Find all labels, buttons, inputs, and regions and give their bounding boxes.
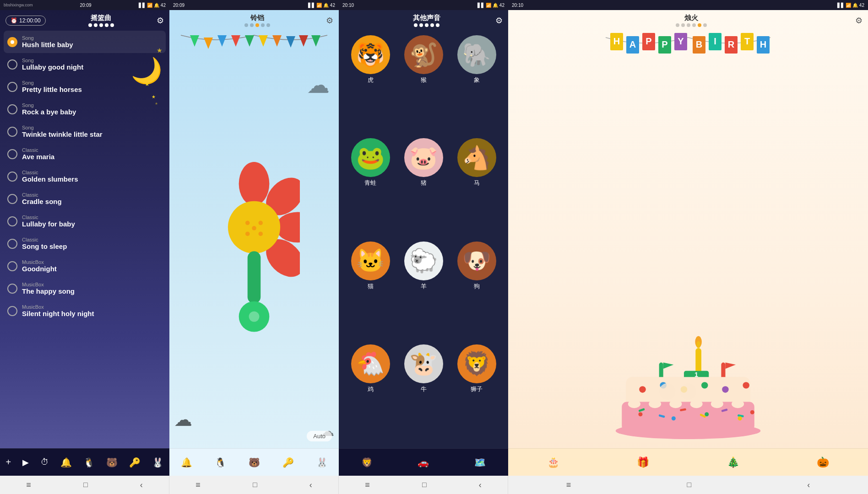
status-bar-1: bbshixingw.com 20:09 ▋▋ 📶 🔔 42 — [0, 0, 169, 10]
song-item-ave[interactable]: Classic Ave maria — [4, 143, 166, 165]
panel1-title: 摇篮曲 — [88, 14, 114, 22]
animal-cat[interactable]: 🐱 猫 — [346, 242, 395, 341]
nav-bear-button[interactable]: 🐻 — [106, 457, 118, 468]
sys-home-4[interactable]: □ — [687, 481, 691, 489]
sys-home-1[interactable]: □ — [83, 481, 88, 489]
sys-home-3[interactable]: □ — [422, 481, 427, 489]
animal-lion[interactable]: 🦁 狮子 — [452, 344, 501, 444]
song-info-2: Song Lullaby good night — [22, 58, 83, 71]
animal-elephant[interactable]: 🐘 象 — [452, 35, 501, 134]
song-radio-12 — [7, 284, 17, 294]
sheep-face: 🐑 — [404, 242, 443, 280]
status-bar-2: 20:09 ▋▋ 📶 🔔 42 — [169, 0, 339, 10]
p2-nav-bear[interactable]: 🐻 — [249, 457, 260, 468]
p2-nav-rabbit[interactable]: 🐰 — [316, 457, 328, 468]
svg-point-78 — [738, 416, 742, 420]
p4-nav-halloween[interactable]: 🎃 — [817, 456, 829, 468]
animal-frog[interactable]: 🐸 青蛙 — [346, 138, 395, 237]
song-info-7: Classic Golden slumbers — [22, 170, 78, 183]
panel1-settings-button[interactable]: ⚙ — [157, 16, 164, 26]
sys-back-2[interactable]: ‹ — [309, 480, 312, 490]
song-item-golden[interactable]: Classic Golden slumbers — [4, 165, 166, 188]
p2-nav-penguin[interactable]: 🐧 — [215, 457, 226, 468]
sys-home-2[interactable]: □ — [253, 481, 257, 489]
sys-menu-3[interactable]: ≡ — [365, 480, 370, 490]
p3-dot-1 — [414, 23, 418, 27]
panel3-settings-button[interactable]: ⚙ — [495, 16, 503, 26]
panel4-bottom-nav: 🎂 🎁 🎄 🎃 — [508, 448, 868, 476]
p3-nav-lion[interactable]: 🦁 — [361, 457, 373, 468]
p3-dot-5 — [436, 23, 439, 27]
sys-menu-4[interactable]: ≡ — [566, 480, 571, 490]
p4-nav-tree[interactable]: 🎄 — [727, 456, 739, 468]
sys-nav-1: ≡ □ ‹ — [0, 476, 169, 494]
sys-menu-2[interactable]: ≡ — [195, 480, 201, 490]
song-item-rock[interactable]: Song Rock a bye baby — [4, 98, 166, 120]
nav-bell-button[interactable]: 🔔 — [60, 457, 72, 468]
song-item-twinkle[interactable]: Song Twinkle twinkle little star — [4, 120, 166, 143]
sys-back-4[interactable]: ‹ — [807, 480, 810, 490]
svg-marker-8 — [299, 35, 308, 47]
song-item-goodnight[interactable]: MusicBox Goodnight — [4, 255, 166, 277]
animal-horse[interactable]: 🐴 马 — [452, 138, 501, 237]
panel1-bottom-nav: + ▶ ⏱ 🔔 🐧 🐻 🔑 🐰 — [0, 448, 169, 476]
birthday-bunting: H A P P Y B I R T — [508, 31, 868, 67]
nav-play-button[interactable]: ▶ — [22, 457, 29, 467]
sys-back-3[interactable]: ‹ — [479, 480, 482, 490]
panel4-title: 烛火 — [676, 14, 707, 22]
sys-back-1[interactable]: ‹ — [140, 480, 143, 490]
monkey-label: 猴 — [421, 76, 427, 84]
nav-add-button[interactable]: + — [6, 457, 11, 467]
nav-penguin-button[interactable]: 🐧 — [83, 457, 95, 468]
watermark: bbshixingw.com — [4, 3, 33, 7]
nav-rabbit-button[interactable]: 🐰 — [152, 457, 163, 468]
nav-timer-button[interactable]: ⏱ — [41, 457, 49, 467]
svg-rect-20 — [248, 251, 261, 303]
p3-nav-car[interactable]: 🚗 — [418, 457, 429, 468]
svg-marker-1 — [204, 38, 213, 49]
animal-tiger[interactable]: 🐯 虎 — [346, 35, 395, 134]
panel3-header: 其他声音 ⚙ — [339, 10, 508, 31]
song-item-hush[interactable]: Song Hush little baby — [4, 31, 166, 53]
song-name-11: Goodnight — [22, 265, 57, 273]
p2-dot-2 — [250, 23, 254, 27]
song-item-cradle[interactable]: Classic Cradle song — [4, 188, 166, 210]
auto-button[interactable]: Auto — [307, 431, 332, 441]
song-item-happy[interactable]: MusicBox The happy song — [4, 277, 166, 300]
animal-sheep[interactable]: 🐑 羊 — [399, 242, 448, 341]
status-icons-2: ▋▋ 📶 🔔 42 — [308, 3, 335, 8]
dog-label: 狗 — [474, 282, 480, 290]
panel2-title: 铃铛 — [244, 14, 270, 22]
frog-label: 青蛙 — [364, 179, 376, 187]
song-item-lullaby-baby[interactable]: Classic Lullaby for baby — [4, 210, 166, 232]
song-name-12: The happy song — [22, 287, 75, 295]
panel1-header: ⏰ 12:00:00 摇篮曲 ⚙ — [0, 10, 169, 31]
panel2-bottom-nav: 🔔 🐧 🐻 🔑 🐰 — [169, 448, 339, 476]
sys-menu-1[interactable]: ≡ — [26, 480, 31, 490]
p4-dot-6 — [703, 23, 707, 27]
p2-nav-bell[interactable]: 🔔 — [181, 457, 192, 468]
animal-dog[interactable]: 🐶 狗 — [452, 242, 501, 341]
status-time-2: 20:09 — [173, 3, 184, 8]
song-radio-2 — [7, 59, 17, 70]
animal-pig[interactable]: 🐷 猪 — [399, 138, 448, 237]
song-cat-13: MusicBox — [22, 304, 94, 310]
p3-nav-map[interactable]: 🗺️ — [474, 457, 486, 468]
panel2-settings-button[interactable]: ⚙ — [326, 16, 333, 26]
panel2-dots — [244, 23, 270, 27]
animal-chicken[interactable]: 🐔 鸡 — [346, 344, 395, 444]
p4-nav-gift[interactable]: 🎁 — [637, 456, 649, 468]
song-item-sleep[interactable]: Classic Song to sleep — [4, 232, 166, 255]
timer-button[interactable]: ⏰ 12:00:00 — [5, 16, 46, 26]
animal-cow[interactable]: 🐮 牛 — [399, 344, 448, 444]
song-item-silent[interactable]: MusicBox Silent night holy night — [4, 300, 166, 322]
panel4-settings-button[interactable]: ⚙ — [855, 16, 863, 26]
svg-point-44 — [696, 341, 700, 349]
p3-dot-2 — [419, 23, 423, 27]
animal-monkey[interactable]: 🐒 猴 — [399, 35, 448, 134]
p4-nav-cake[interactable]: 🎂 — [547, 456, 559, 468]
nav-key-button[interactable]: 🔑 — [129, 457, 141, 468]
panel-rattle: 铃铛 ⚙ — [169, 10, 339, 476]
p2-nav-key[interactable]: 🔑 — [282, 457, 294, 468]
p2-dot-4 — [261, 23, 265, 27]
